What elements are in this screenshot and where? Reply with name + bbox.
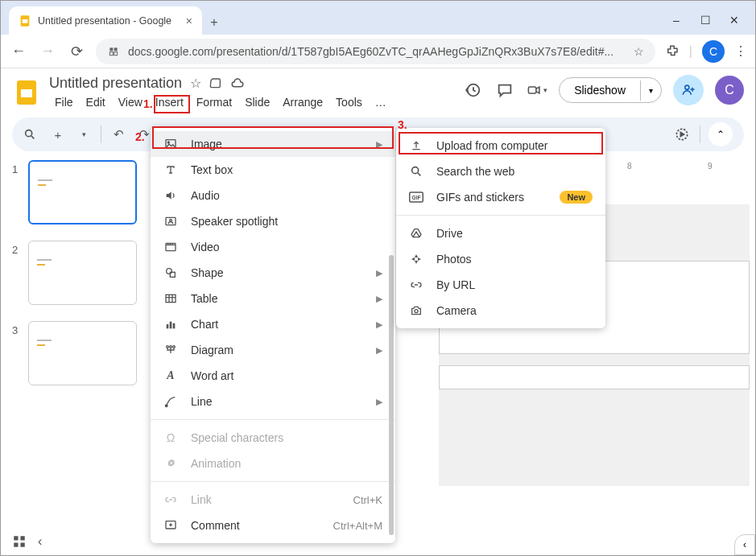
- menu-edit[interactable]: Edit: [81, 93, 111, 111]
- special-characters-icon: Ω: [163, 431, 178, 444]
- menu-arrange[interactable]: Arrange: [277, 93, 328, 111]
- svg-point-11: [26, 130, 32, 137]
- menu-item-video[interactable]: Video: [151, 234, 395, 260]
- show-side-panel-icon[interactable]: ‹: [734, 534, 755, 555]
- url-box[interactable]: docs.google.com/presentation/d/1T587gbI5…: [96, 39, 655, 64]
- menu-item-comment[interactable]: Comment Ctrl+Alt+M: [151, 513, 395, 538]
- slideshow-button[interactable]: Slideshow ▾: [559, 77, 662, 103]
- extensions-icon[interactable]: [665, 44, 680, 59]
- menu-item-speaker-spotlight[interactable]: Speaker spotlight: [151, 208, 395, 234]
- menu-item-diagram[interactable]: Diagram ▶: [151, 337, 395, 363]
- menu-item-audio[interactable]: Audio: [151, 183, 395, 208]
- svg-point-10: [685, 85, 689, 89]
- svg-rect-3: [114, 47, 118, 51]
- ruler-mark: 9: [708, 162, 713, 171]
- submenu-arrow-icon: ▶: [376, 268, 382, 278]
- camera-icon: [409, 304, 423, 317]
- menu-separator: [151, 419, 395, 420]
- forward-button[interactable]: →: [38, 43, 57, 60]
- meet-icon[interactable]: ▾: [527, 80, 547, 101]
- menu-separator: [151, 481, 395, 482]
- site-info-icon[interactable]: [107, 45, 120, 58]
- window-close-icon[interactable]: ✕: [728, 14, 741, 27]
- audio-icon: [163, 189, 178, 202]
- menu-item-photos[interactable]: Photos: [396, 246, 605, 272]
- menu-item-camera[interactable]: Camera: [396, 298, 605, 323]
- svg-point-31: [165, 405, 167, 407]
- menu-item-search-the-web[interactable]: Search the web: [396, 159, 605, 184]
- tab-title: Untitled presentation - Google: [38, 15, 180, 27]
- cloud-status-icon[interactable]: [230, 76, 245, 91]
- menu-file[interactable]: File: [49, 93, 79, 111]
- menu-format[interactable]: Format: [191, 93, 238, 111]
- menu-item-line[interactable]: Line ▶: [151, 389, 395, 414]
- svg-point-29: [170, 346, 172, 348]
- window-minimize-icon[interactable]: –: [670, 14, 683, 27]
- menu-tools[interactable]: Tools: [330, 93, 368, 111]
- grid-view-icon[interactable]: [12, 534, 27, 549]
- slide-panel: 1 2 3: [12, 160, 149, 544]
- menu-item-drive[interactable]: Drive: [396, 220, 605, 246]
- animation-icon: [163, 457, 178, 470]
- undo-icon[interactable]: ↶: [109, 127, 127, 142]
- rec-icon[interactable]: [674, 126, 692, 142]
- prev-slide-icon[interactable]: ‹: [38, 534, 42, 549]
- doc-title[interactable]: Untitled presentation: [49, 75, 182, 92]
- slide-number: 1: [12, 160, 22, 224]
- chart-icon: [163, 318, 178, 331]
- menu-item-chart[interactable]: Chart ▶: [151, 311, 395, 337]
- history-icon[interactable]: [462, 80, 483, 101]
- menu-item-gifs-and-stickers[interactable]: GIF GIFs and stickers New: [396, 184, 605, 210]
- slides-favicon: [19, 14, 31, 27]
- divider: |: [689, 44, 692, 59]
- slide-thumbnail[interactable]: [28, 160, 137, 224]
- search-icon: [409, 165, 423, 178]
- image-submenu: Upload from computer Search the web GIF …: [396, 128, 605, 328]
- menu-slide[interactable]: Slide: [239, 93, 275, 111]
- star-icon[interactable]: ☆: [634, 45, 644, 58]
- account-avatar[interactable]: C: [715, 76, 744, 105]
- submenu-arrow-icon: ▶: [376, 294, 382, 304]
- share-button[interactable]: [673, 75, 704, 105]
- menu-item-word-art[interactable]: A Word art: [151, 363, 395, 389]
- menu-separator: [396, 215, 605, 216]
- menu-item-shape[interactable]: Shape ▶: [151, 260, 395, 286]
- new-slide-icon[interactable]: +: [49, 128, 67, 142]
- slide-thumbnail[interactable]: [28, 241, 137, 305]
- word-art-icon: A: [163, 369, 178, 382]
- collapse-toolbar-icon[interactable]: ⌃: [708, 122, 733, 146]
- slide-number: 3: [12, 321, 22, 385]
- move-icon[interactable]: [209, 77, 222, 90]
- new-tab-button[interactable]: +: [202, 15, 226, 35]
- divider: [700, 126, 700, 143]
- star-icon[interactable]: ☆: [190, 76, 201, 91]
- placeholder-box[interactable]: [439, 365, 750, 389]
- submenu-arrow-icon: ▶: [376, 319, 382, 330]
- tab-close-icon[interactable]: ×: [186, 14, 192, 27]
- svg-text:GIF: GIF: [411, 195, 420, 200]
- comments-icon[interactable]: [494, 80, 515, 101]
- reload-button[interactable]: ⟳: [67, 43, 86, 60]
- menu-more[interactable]: …: [370, 93, 392, 111]
- annotation-highlight: [152, 126, 394, 149]
- svg-point-38: [415, 310, 418, 313]
- window-maximize-icon[interactable]: ☐: [699, 14, 712, 27]
- link-icon: [409, 278, 423, 291]
- new-slide-dropdown[interactable]: ▾: [75, 130, 93, 138]
- slides-logo-icon[interactable]: [12, 78, 41, 107]
- slideshow-dropdown[interactable]: ▾: [640, 80, 661, 101]
- browser-tab[interactable]: Untitled presentation - Google ×: [9, 6, 202, 35]
- svg-point-20: [170, 219, 172, 221]
- menu-item-text-box[interactable]: Text box: [151, 157, 395, 183]
- menu-scrollbar[interactable]: [389, 255, 394, 535]
- svg-rect-4: [109, 51, 113, 55]
- search-menus-icon[interactable]: [23, 128, 41, 141]
- menu-item-by-url[interactable]: By URL: [396, 272, 605, 298]
- slide-thumbnail[interactable]: [28, 321, 137, 385]
- back-button[interactable]: ←: [9, 43, 28, 60]
- profile-avatar[interactable]: C: [702, 40, 725, 63]
- svg-rect-1: [23, 19, 28, 23]
- address-bar: ← → ⟳ docs.google.com/presentation/d/1T5…: [1, 35, 755, 68]
- chrome-menu-icon[interactable]: ⋮: [734, 43, 747, 59]
- menu-item-table[interactable]: Table ▶: [151, 286, 395, 311]
